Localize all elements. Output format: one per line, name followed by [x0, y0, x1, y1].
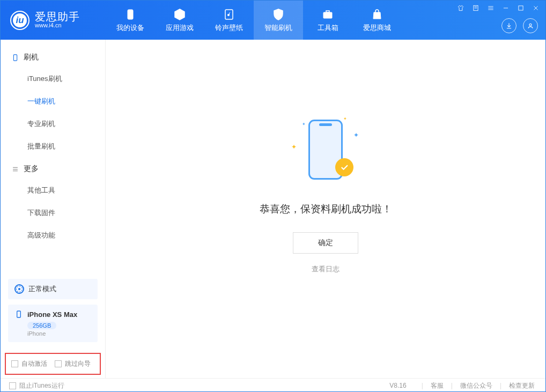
nav-flash[interactable]: 智能刷机: [254, 1, 303, 40]
status-bar: 阻止iTunes运行 V8.16 | 客服 | 微信公众号 | 检查更新: [1, 378, 545, 392]
app-site: www.i4.cn: [35, 22, 80, 29]
svg-rect-8: [17, 311, 21, 317]
nav-apps[interactable]: 应用游戏: [155, 1, 204, 40]
cube-icon: [173, 8, 186, 21]
svg-rect-3: [326, 11, 329, 12]
sidebar-item-advanced[interactable]: 高级功能: [1, 224, 105, 247]
device-name: iPhone XS Max: [27, 310, 77, 319]
footer-link-support[interactable]: 客服: [429, 381, 446, 390]
music-icon: [223, 8, 235, 21]
version-label: V8.16: [389, 382, 406, 389]
sidebar-group-flash: 刷机: [1, 46, 105, 68]
checkbox-icon: [9, 382, 16, 389]
account-button[interactable]: [523, 18, 538, 33]
checkmark-badge-icon: [335, 158, 353, 176]
logo: iu 爱思助手 www.i4.cn: [1, 11, 106, 30]
sidebar-group-more: 更多: [1, 158, 105, 179]
nav-ringtone[interactable]: 铃声壁纸: [204, 1, 254, 40]
maximize-button[interactable]: [517, 4, 525, 12]
sidebar-item-batch-flash[interactable]: 批量刷机: [1, 135, 105, 158]
device-icon: [124, 8, 137, 21]
shirt-icon[interactable]: [456, 4, 465, 12]
minimize-button[interactable]: [501, 4, 510, 12]
menu-icon[interactable]: [486, 4, 495, 12]
nav-my-device[interactable]: 我的设备: [106, 1, 155, 40]
device-mode-card[interactable]: 正常模式: [8, 279, 98, 299]
download-button[interactable]: [501, 18, 517, 33]
phone-icon: [11, 54, 19, 62]
svg-rect-7: [13, 54, 17, 60]
sidebar-item-other-tools[interactable]: 其他工具: [1, 179, 105, 202]
device-card[interactable]: iPhone XS Max 256GB iPhone: [8, 305, 98, 342]
footer-link-wechat[interactable]: 微信公众号: [458, 381, 495, 390]
svg-point-6: [529, 24, 532, 26]
logo-icon: iu: [10, 11, 29, 30]
shield-refresh-icon: [272, 8, 285, 21]
highlighted-options: 自动激活 跳过向导: [5, 353, 101, 375]
device-capacity: 256GB: [27, 322, 56, 329]
note-icon[interactable]: [471, 4, 480, 12]
footer-link-update[interactable]: 检查更新: [507, 381, 537, 390]
phone-icon: [14, 310, 23, 319]
app-header: iu 爱思助手 www.i4.cn 我的设备 应用游戏 铃声壁纸 智能刷机 工具…: [1, 1, 545, 40]
main-content: ✦ ✦ ✦ ✦ 恭喜您，保资料刷机成功啦！ 确定 查看日志: [106, 40, 545, 378]
ok-button[interactable]: 确定: [293, 232, 358, 254]
list-icon: [11, 165, 19, 173]
sidebar-item-firmware[interactable]: 下载固件: [1, 202, 105, 224]
svg-rect-2: [323, 12, 332, 18]
view-log-link[interactable]: 查看日志: [312, 264, 340, 274]
sidebar-item-pro-flash[interactable]: 专业刷机: [1, 113, 105, 135]
sidebar-item-itunes-flash[interactable]: iTunes刷机: [1, 68, 105, 90]
top-nav: 我的设备 应用游戏 铃声壁纸 智能刷机 工具箱 爱思商城: [106, 1, 402, 40]
device-type: iPhone: [27, 330, 91, 337]
sidebar: 刷机 iTunes刷机 一键刷机 专业刷机 批量刷机 更多 其他工具 下载固件 …: [1, 40, 106, 378]
success-illustration: ✦ ✦ ✦ ✦: [288, 112, 363, 187]
device-mode-label: 正常模式: [28, 284, 56, 294]
svg-rect-0: [128, 10, 133, 19]
checkbox-auto-activate[interactable]: 自动激活: [11, 359, 47, 368]
checkbox-icon: [11, 360, 18, 367]
bag-icon: [371, 8, 383, 21]
mode-icon: [14, 284, 24, 294]
checkbox-skip-wizard[interactable]: 跳过向导: [55, 359, 91, 368]
checkbox-block-itunes[interactable]: 阻止iTunes运行: [9, 381, 64, 390]
checkbox-icon: [55, 360, 62, 367]
toolbox-icon: [321, 8, 334, 21]
device-panel: 正常模式 iPhone XS Max 256GB iPhone: [1, 273, 105, 347]
success-message: 恭喜您，保资料刷机成功啦！: [260, 202, 392, 216]
svg-rect-5: [519, 6, 523, 10]
user-controls: [501, 18, 538, 33]
nav-tools[interactable]: 工具箱: [303, 1, 352, 40]
app-name: 爱思助手: [35, 11, 80, 22]
window-controls: [456, 4, 540, 12]
sidebar-item-oneclick-flash[interactable]: 一键刷机: [1, 90, 105, 113]
nav-store[interactable]: 爱思商城: [352, 1, 402, 40]
close-button[interactable]: [532, 4, 540, 12]
